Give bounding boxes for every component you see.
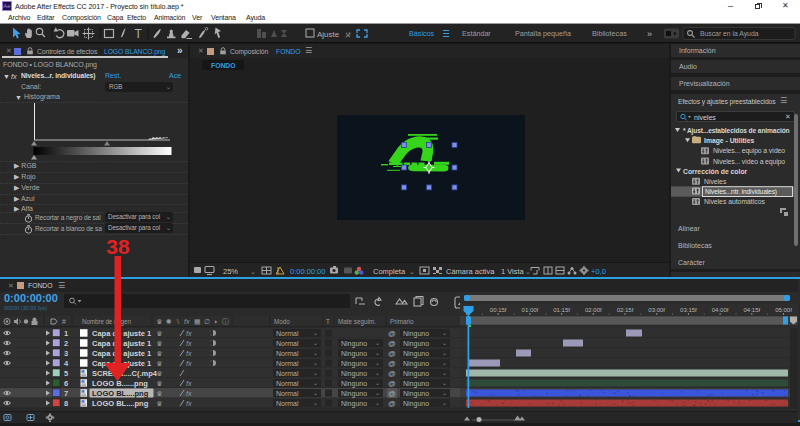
- svg-text:LOGO BL....png: LOGO BL....png: [92, 399, 149, 408]
- svg-text:Ninguno: Ninguno: [341, 380, 367, 388]
- svg-text:0:00:00:00: 0:00:00:00: [290, 267, 325, 276]
- svg-text:⌄: ⌄: [375, 390, 380, 396]
- svg-text:Ninguno: Ninguno: [403, 330, 429, 338]
- svg-text:Mate seguim.: Mate seguim.: [338, 318, 376, 326]
- svg-text:04:15f: 04:15f: [743, 307, 760, 313]
- svg-text:Ninguno: Ninguno: [403, 390, 429, 398]
- svg-text:▦: ▦: [194, 318, 201, 325]
- svg-text:Niveles... equipo a vídeo: Niveles... equipo a vídeo: [713, 147, 785, 155]
- svg-text:Niveles automáticos: Niveles automáticos: [704, 198, 765, 205]
- svg-text:Ninguno: Ninguno: [341, 350, 367, 358]
- svg-text:@: @: [388, 379, 396, 388]
- svg-text:⌄: ⌄: [490, 268, 496, 275]
- svg-text:⌄: ⌄: [442, 360, 447, 366]
- svg-text:⌄: ⌄: [250, 268, 256, 275]
- svg-text:@: @: [388, 369, 396, 378]
- svg-text:T: T: [326, 318, 330, 325]
- svg-text:♛: ♛: [156, 380, 162, 387]
- svg-text:3: 3: [64, 349, 68, 358]
- svg-text:⌄: ⌄: [313, 350, 318, 356]
- svg-text:LOGO BL....png: LOGO BL....png: [92, 389, 149, 398]
- svg-text:⌄: ⌄: [525, 268, 531, 275]
- svg-text:⌄: ⌄: [375, 380, 380, 386]
- svg-text:Normal: Normal: [276, 380, 299, 387]
- svg-text:03:00f: 03:00f: [648, 307, 665, 313]
- svg-text:fx: fx: [186, 340, 192, 347]
- svg-text:Ninguno: Ninguno: [403, 370, 429, 378]
- svg-text:fx: fx: [186, 360, 192, 367]
- svg-text:Completa: Completa: [373, 267, 406, 276]
- svg-text:Ninguno: Ninguno: [341, 400, 367, 408]
- svg-text:Ninguno: Ninguno: [341, 390, 367, 398]
- svg-text:♛: ♛: [156, 318, 162, 325]
- svg-text:04:00f: 04:00f: [712, 307, 729, 313]
- svg-text:◑: ◑: [213, 318, 217, 325]
- svg-text:Ajuste: Ajuste: [317, 30, 340, 39]
- svg-text:Bibliotecas: Bibliotecas: [592, 29, 627, 38]
- svg-text:@: @: [388, 359, 396, 368]
- svg-text:Niveles: Niveles: [704, 178, 727, 185]
- svg-text:Niveles... vídeo a equipo: Niveles... vídeo a equipo: [713, 158, 785, 166]
- svg-text:♛: ♛: [156, 370, 162, 377]
- svg-text:1 Vista: 1 Vista: [501, 267, 525, 276]
- svg-text:♛: ♛: [156, 390, 162, 397]
- svg-text:Normal: Normal: [276, 330, 299, 337]
- svg-text:⌄: ⌄: [442, 350, 447, 356]
- svg-text:25%: 25%: [223, 267, 238, 276]
- svg-text:fx: fx: [184, 318, 190, 325]
- svg-text:⌄: ⌄: [313, 370, 318, 376]
- svg-text:fx: fx: [186, 350, 192, 357]
- svg-text:Normal: Normal: [276, 400, 299, 407]
- svg-text:Ninguno: Ninguno: [403, 380, 429, 388]
- svg-text:⌄: ⌄: [313, 380, 318, 386]
- svg-text:Buscar en la Ayuda: Buscar en la Ayuda: [700, 30, 759, 38]
- svg-text:Ninguno: Ninguno: [403, 360, 429, 368]
- svg-text:⌄: ⌄: [442, 400, 447, 406]
- svg-text:\: \: [177, 318, 179, 325]
- svg-text:⌄: ⌄: [313, 330, 318, 336]
- svg-text:Normal: Normal: [276, 360, 299, 367]
- svg-text:Estándar: Estándar: [462, 29, 491, 38]
- svg-text:Normal: Normal: [276, 350, 299, 357]
- svg-text:♛: ♛: [156, 330, 162, 337]
- svg-text:+0,0: +0,0: [591, 267, 606, 276]
- svg-text:♛: ♛: [156, 350, 162, 357]
- svg-text:@: @: [388, 339, 396, 348]
- svg-text:6: 6: [64, 379, 68, 388]
- svg-text:Modo: Modo: [274, 318, 290, 325]
- svg-text:@: @: [388, 389, 396, 398]
- svg-text:#: #: [62, 318, 66, 325]
- svg-text:⌄: ⌄: [313, 400, 318, 406]
- svg-text:Ninguno: Ninguno: [403, 340, 429, 348]
- svg-text:Primario: Primario: [390, 318, 414, 325]
- svg-text:♛: ♛: [156, 340, 162, 347]
- svg-text:02:00f: 02:00f: [585, 307, 602, 313]
- svg-text:02:15f: 02:15f: [617, 307, 634, 313]
- svg-text:⌄: ⌄: [442, 370, 447, 376]
- svg-text:05:00f: 05:00f: [775, 307, 792, 313]
- svg-text:Normal: Normal: [276, 370, 299, 377]
- svg-text:8: 8: [64, 399, 68, 408]
- svg-text:♛: ♛: [156, 360, 162, 367]
- svg-text:* Ajust...establecidos de anim: * Ajust...establecidos de animación: [683, 127, 790, 135]
- svg-text:Normal: Normal: [276, 340, 299, 347]
- svg-text:⌄: ⌄: [442, 330, 447, 336]
- svg-text:⌄: ⌄: [313, 390, 318, 396]
- svg-text:∅: ∅: [204, 318, 210, 325]
- svg-text:01:15f: 01:15f: [553, 307, 570, 313]
- svg-text:Cámara activa: Cámara activa: [446, 267, 495, 276]
- svg-text:⌄: ⌄: [442, 380, 447, 386]
- svg-text:01:00f: 01:00f: [522, 307, 539, 313]
- svg-text:⌄: ⌄: [442, 390, 447, 396]
- svg-text:Pantalla pequeña: Pantalla pequeña: [515, 29, 571, 38]
- svg-text:Image - Utilities: Image - Utilities: [704, 137, 754, 145]
- svg-text:Corrección de color: Corrección de color: [683, 168, 748, 175]
- svg-text:⌄: ⌄: [313, 340, 318, 346]
- svg-text:Ninguno: Ninguno: [341, 370, 367, 378]
- svg-text:⌄: ⌄: [409, 268, 415, 275]
- svg-text:7: 7: [64, 389, 68, 398]
- svg-text:1: 1: [64, 329, 68, 338]
- svg-text:03:15f: 03:15f: [680, 307, 697, 313]
- svg-text:ⓘ: ⓘ: [222, 318, 229, 325]
- svg-text:Ninguno: Ninguno: [341, 360, 367, 368]
